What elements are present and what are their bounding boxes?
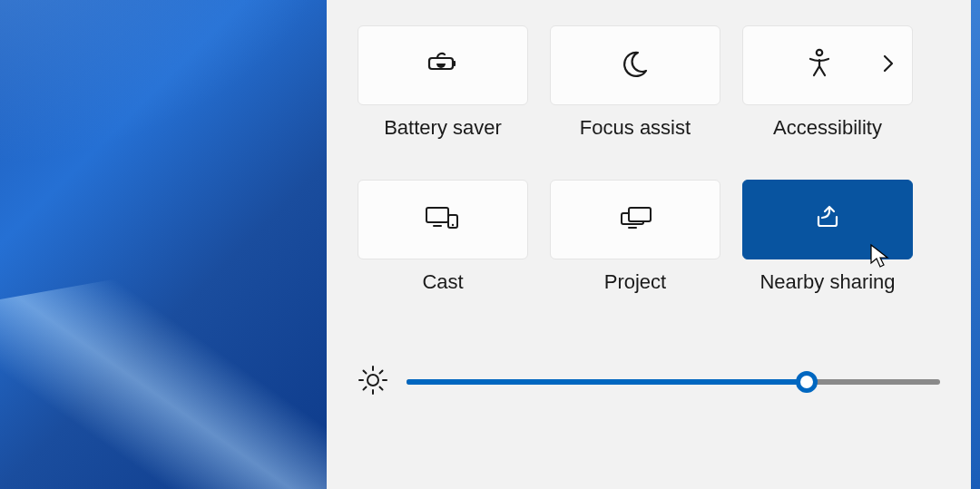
cast-label: Cast <box>422 270 463 294</box>
project-label: Project <box>604 270 666 294</box>
cast-tile[interactable] <box>358 180 528 259</box>
svg-rect-6 <box>629 208 651 221</box>
project-tile[interactable] <box>550 180 720 259</box>
svg-line-13 <box>364 371 367 374</box>
svg-point-8 <box>368 375 378 386</box>
battery-saver-icon <box>425 51 461 80</box>
svg-line-16 <box>380 371 383 374</box>
svg-point-4 <box>452 224 454 226</box>
brightness-icon <box>358 365 388 399</box>
cast-icon <box>423 204 463 235</box>
brightness-slider-thumb[interactable] <box>796 371 818 393</box>
brightness-slider-fill <box>407 379 807 385</box>
moon-icon <box>620 48 651 83</box>
battery-saver-tile[interactable] <box>358 25 528 105</box>
tile-nearby-sharing-wrap: Nearby sharing <box>742 180 913 321</box>
accessibility-tile[interactable] <box>742 25 913 105</box>
brightness-slider[interactable] <box>407 379 940 385</box>
tile-cast-wrap: Cast <box>358 180 528 321</box>
share-icon <box>813 204 842 235</box>
accessibility-label: Accessibility <box>773 116 882 140</box>
chevron-right-icon <box>883 54 894 76</box>
svg-rect-0 <box>453 61 456 66</box>
tile-focus-assist-wrap: Focus assist <box>550 25 720 167</box>
tile-project-wrap: Project <box>550 180 720 321</box>
svg-line-14 <box>380 387 383 390</box>
nearby-sharing-label: Nearby sharing <box>760 270 895 294</box>
focus-assist-label: Focus assist <box>580 116 691 140</box>
right-edge-strip <box>971 0 980 489</box>
battery-saver-label: Battery saver <box>384 116 502 140</box>
brightness-slider-row <box>358 365 940 399</box>
svg-rect-2 <box>426 208 448 222</box>
tile-battery-saver-wrap: Battery saver <box>358 25 528 167</box>
focus-assist-tile[interactable] <box>550 25 720 105</box>
tile-accessibility-wrap: Accessibility <box>742 25 913 167</box>
quick-settings-tile-grid: Battery saver Focus assist <box>358 25 940 321</box>
quick-settings-panel: Battery saver Focus assist <box>327 0 971 489</box>
svg-point-1 <box>817 50 822 55</box>
project-icon <box>616 204 654 235</box>
nearby-sharing-tile[interactable] <box>742 180 913 259</box>
desktop-wallpaper <box>0 0 327 489</box>
svg-line-15 <box>364 387 367 390</box>
accessibility-icon <box>805 48 834 83</box>
